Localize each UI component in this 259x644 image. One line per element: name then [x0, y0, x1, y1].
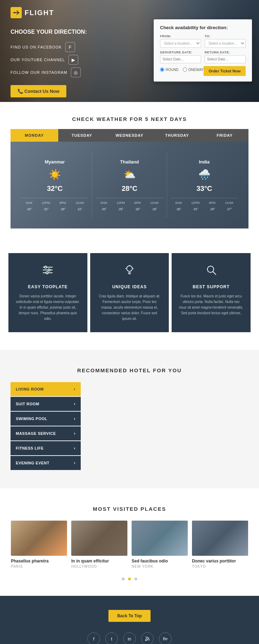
from-label: FROM: — [160, 34, 201, 38]
chevron-right-icon: › — [74, 446, 76, 451]
booking-title: Check availability for direction: — [160, 25, 246, 30]
places-grid: Phasellus pharetra PARIS In in quam effi… — [7, 521, 252, 568]
hotel-title: RECOMMENDED HOTEL FOR YOU — [11, 367, 248, 373]
tab-wednesday[interactable]: WEDNESDAY — [106, 129, 153, 142]
svg-point-6 — [46, 272, 48, 274]
bulb-icon — [97, 264, 162, 279]
places-title: MOST VISITED PLACES — [7, 506, 252, 512]
chevron-right-icon: › — [74, 461, 76, 465]
round-radio[interactable] — [160, 67, 164, 72]
myanmar-icon: ☀️ — [21, 169, 88, 180]
myanmar-time-labels: 6AM 12PM 6PM 12AM — [21, 201, 88, 205]
place-newyork-location: NEW YORK — [132, 565, 188, 568]
hotel-fitness[interactable]: FITNESS LIFE › — [11, 441, 81, 455]
feature-easy: EASY TOOPLATE Donec varius porttitor iac… — [8, 253, 87, 332]
india-time-labels: 6AM 12PM 6PM 12AM — [171, 201, 238, 205]
weather-cards: Myanmar ☀️ 32°C 6AM 12PM 6PM 12AM 26° 32… — [11, 142, 248, 228]
ticket-types: ROUND ONEWAY — [160, 67, 204, 72]
tab-friday[interactable]: FRIDAY — [201, 129, 248, 142]
svg-point-4 — [45, 266, 47, 268]
footer-linkedin-icon[interactable]: in — [123, 632, 136, 644]
footer-facebook-icon[interactable]: f — [87, 632, 100, 644]
weather-tabs: MONDAY TUESDAY WEDNESDAY THURSDAY FRIDAY — [11, 129, 248, 142]
from-select[interactable]: Select a location... — [160, 39, 201, 48]
features-section: EASY TOOPLATE Donec varius porttitor iac… — [0, 236, 259, 350]
carousel-dots — [7, 575, 252, 582]
footer-rss-icon[interactable] — [141, 632, 154, 644]
tab-monday[interactable]: MONDAY — [11, 129, 58, 142]
to-label: TO: — [205, 34, 246, 38]
place-paris-title: Phasellus pharetra — [11, 559, 67, 564]
search-icon — [179, 264, 244, 279]
feature-support: BEST SUPPORT Fusce leo dui. Mauris et ju… — [172, 253, 251, 332]
contact-button[interactable]: 📞 Contact Us Now — [11, 85, 66, 97]
return-input[interactable] — [205, 55, 246, 63]
hotel-massage[interactable]: MASSAGE SERVICE › — [11, 426, 81, 440]
logo-icon — [11, 7, 22, 18]
feature-ideas-title: UNIQUE IDEAS — [97, 284, 162, 289]
footer-twitter-icon[interactable]: t — [105, 632, 118, 644]
hero-section: FLIGHT Choose Your Direction: FIND US ON… — [0, 0, 259, 102]
carousel-dot[interactable] — [134, 578, 137, 580]
youtube-icon: ▶ — [68, 55, 78, 65]
footer-socials: f t in Be — [7, 632, 252, 644]
svg-line-14 — [213, 272, 216, 275]
place-tokyo-image — [192, 521, 248, 556]
svg-point-7 — [127, 266, 132, 271]
departure-group: DEPARTURE DATE: — [160, 51, 201, 63]
instagram-icon: ◎ — [71, 67, 81, 77]
logo-text: FLIGHT — [25, 9, 54, 17]
carousel-dot-active[interactable] — [128, 578, 131, 580]
round-label[interactable]: ROUND — [160, 67, 179, 72]
tab-thursday[interactable]: THURSDAY — [153, 129, 201, 142]
hotel-suit-room[interactable]: SUIT ROOM › — [11, 397, 81, 411]
hotel-section: RECOMMENDED HOTEL FOR YOU LIVING ROOM › … — [0, 350, 259, 488]
chevron-right-icon: › — [74, 401, 76, 406]
feature-support-title: BEST SUPPORT — [179, 284, 244, 289]
hotel-swimming-pool[interactable]: SWIMING POOL › — [11, 412, 81, 426]
feature-easy-title: EASY TOOPLATE — [15, 284, 80, 289]
place-tokyo-location: TOKYO — [192, 565, 248, 568]
from-to-row: FROM: Select a location... TO: Select a … — [160, 34, 246, 48]
facebook-icon: f — [65, 42, 75, 52]
from-group: FROM: Select a location... — [160, 34, 201, 48]
logo: FLIGHT — [11, 7, 248, 18]
social-facebook-label: FIND US ON FACEBOOK — [11, 45, 62, 49]
svg-point-0 — [14, 12, 15, 13]
back-to-top-button[interactable]: Back To Top — [108, 610, 151, 622]
return-label: RETURN DATE: — [205, 51, 246, 54]
footer: Back To Top f t in Be Copyright © 2018.C… — [0, 596, 259, 644]
booking-form: Check availability for direction: FROM: … — [154, 19, 252, 82]
to-select[interactable]: Select a location... — [205, 39, 246, 48]
india-time-vals: 26° 33° 29° 27° — [171, 207, 238, 211]
social-instagram-label: FOLLOW OUR INSTAGRAM — [11, 70, 67, 75]
order-ticket-button[interactable]: Order Ticket Now — [204, 66, 246, 76]
to-group: TO: Select a location... — [205, 34, 246, 48]
thailand-icon: ⛅ — [96, 169, 163, 180]
hotel-living-room[interactable]: LIVING ROOM › — [11, 382, 81, 396]
sliders-icon — [15, 264, 80, 279]
place-newyork[interactable]: Sed faucibus odio NEW YORK — [132, 521, 188, 568]
myanmar-time-vals: 26° 32° 28° 22° — [21, 207, 88, 211]
place-hollywood[interactable]: In in quam efficitur HOLLYWOOD — [71, 521, 127, 568]
place-newyork-image — [132, 521, 188, 556]
departure-input[interactable] — [160, 55, 201, 63]
chevron-right-icon: › — [74, 387, 76, 392]
place-hollywood-location: HOLLYWOOD — [71, 565, 127, 568]
return-group: RETURN DATE: — [205, 51, 246, 63]
chevron-right-icon: › — [74, 416, 76, 421]
oneway-radio[interactable] — [183, 67, 187, 72]
feature-support-desc: Fusce leo dui. Mauris et justo eget arcu… — [179, 294, 244, 316]
place-hollywood-image — [71, 521, 127, 556]
footer-behance-icon[interactable]: Be — [159, 632, 172, 644]
oneway-label[interactable]: ONEWAY — [183, 67, 204, 72]
carousel-dot[interactable] — [122, 578, 125, 580]
weather-section: CHECK WEATHER FOR 5 NEXT DAYS MONDAY TUE… — [0, 102, 259, 236]
departure-label: DEPARTURE DATE: — [160, 51, 201, 54]
tab-tuesday[interactable]: TUESDAY — [58, 129, 106, 142]
hotel-evening[interactable]: EVENING EVENT › — [11, 456, 81, 470]
place-paris[interactable]: Phasellus pharetra PARIS — [11, 521, 67, 568]
hotel-menu: LIVING ROOM › SUIT ROOM › SWIMING POOL ›… — [11, 382, 81, 470]
weather-card-myanmar: Myanmar ☀️ 32°C 6AM 12PM 6PM 12AM 26° 32… — [18, 152, 92, 218]
place-tokyo[interactable]: Donec varius porttitor TOKYO — [192, 521, 248, 568]
